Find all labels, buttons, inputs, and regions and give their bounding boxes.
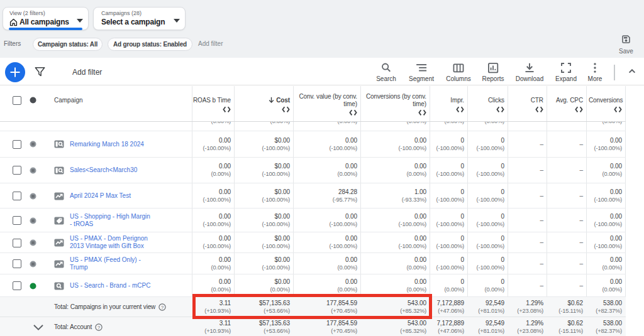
svg-text:?: ? (97, 325, 100, 330)
